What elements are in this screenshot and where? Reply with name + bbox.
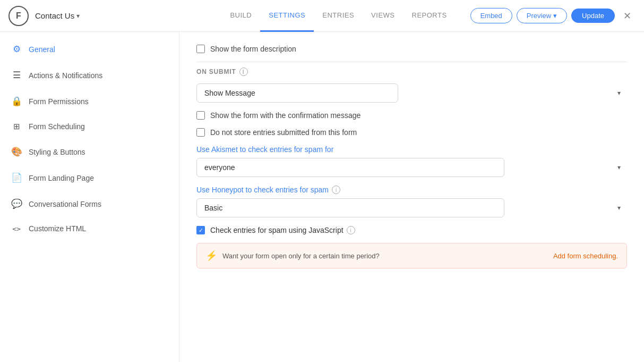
sidebar-item-form-permissions[interactable]: 🔒 Form Permissions <box>0 88 179 114</box>
code-icon: <> <box>11 225 22 233</box>
sidebar-item-actions-label: Actions & Notifications <box>29 71 102 80</box>
calendar-icon: ⊞ <box>11 122 22 131</box>
js-spam-info-icon: i <box>347 226 355 234</box>
on-submit-info-icon: i <box>239 68 248 76</box>
sidebar-item-html-label: Customize HTML <box>29 224 86 233</box>
sidebar-item-landing-label: Form Landing Page <box>29 174 94 182</box>
sidebar-item-scheduling-label: Form Scheduling <box>29 122 85 131</box>
sidebar-item-conversational[interactable]: 💬 Conversational Forms <box>0 191 179 217</box>
tab-settings[interactable]: SETTINGS <box>260 0 314 32</box>
tab-entries[interactable]: ENTRIES <box>314 0 363 32</box>
chat-icon: 💬 <box>11 198 22 209</box>
akismet-chevron-icon: ▾ <box>617 164 621 171</box>
show-description-label: Show the form description <box>210 45 296 53</box>
sidebar-item-actions-notifications[interactable]: ☰ Actions & Notifications <box>0 62 179 88</box>
sidebar-item-general-label: General <box>29 45 55 54</box>
js-spam-checkbox[interactable]: ✓ <box>196 226 205 234</box>
on-submit-chevron-icon: ▾ <box>617 89 621 97</box>
app-logo: F <box>8 6 29 26</box>
sidebar-item-permissions-label: Form Permissions <box>29 97 89 106</box>
sidebar-item-general[interactable]: ⚙ General <box>0 36 179 62</box>
update-button[interactable]: Update <box>571 9 615 23</box>
banner-link[interactable]: Add form scheduling. <box>553 252 618 260</box>
show-description-row: Show the form description <box>196 45 627 53</box>
no-store-checkbox[interactable] <box>196 128 205 137</box>
honeypot-select[interactable]: Basic Advanced Disabled <box>196 198 504 217</box>
preview-button[interactable]: Preview ▾ <box>517 8 567 23</box>
no-store-label: Do not store entries submitted from this… <box>210 128 357 137</box>
show-confirmation-checkbox[interactable] <box>196 111 205 120</box>
palette-icon: 🎨 <box>11 146 22 157</box>
header-actions: Embed Preview ▾ Update ✕ <box>470 8 636 24</box>
akismet-select-wrapper: everyone logged out users only nobody ▾ <box>196 158 627 177</box>
actions-icon: ☰ <box>11 70 22 81</box>
sidebar-item-styling-buttons[interactable]: 🎨 Styling & Buttons <box>0 139 179 165</box>
layout: ⚙ General ☰ Actions & Notifications 🔒 Fo… <box>0 32 644 362</box>
sidebar-item-form-landing[interactable]: 📄 Form Landing Page <box>0 165 179 191</box>
on-submit-select[interactable]: Show Message Redirect to URL Show Page <box>196 83 398 103</box>
header: F Contact Us ▾ BUILD SETTINGS ENTRIES VI… <box>0 0 644 32</box>
akismet-select[interactable]: everyone logged out users only nobody <box>196 158 504 177</box>
sidebar-item-styling-label: Styling & Buttons <box>29 148 85 156</box>
on-submit-header: ON SUBMIT i <box>196 62 627 76</box>
show-confirmation-label: Show the form with the confirmation mess… <box>210 111 360 120</box>
banner-text: Want your form open only for a certain t… <box>222 252 548 260</box>
honeypot-chevron-icon: ▾ <box>617 204 621 212</box>
tab-views[interactable]: VIEWS <box>363 0 403 32</box>
preview-chevron-icon: ▾ <box>553 12 557 20</box>
banner-bolt-icon: ⚡ <box>205 250 217 262</box>
sidebar: ⚙ General ☰ Actions & Notifications 🔒 Fo… <box>0 32 179 362</box>
js-spam-row: ✓ Check entries for spam using JavaScrip… <box>196 226 627 234</box>
akismet-label: Use Akismet to check entries for spam fo… <box>196 145 627 154</box>
scheduling-banner: ⚡ Want your form open only for a certain… <box>196 243 627 268</box>
nav-tabs: BUILD SETTINGS ENTRIES VIEWS REPORTS <box>221 0 455 32</box>
honeypot-label: Use Honeypot to check entries for spam i <box>196 186 627 194</box>
close-button[interactable]: ✕ <box>619 8 636 24</box>
sidebar-item-customize-html[interactable]: <> Customize HTML <box>0 217 179 240</box>
akismet-section: Use Akismet to check entries for spam fo… <box>196 145 627 177</box>
honeypot-select-wrapper: Basic Advanced Disabled ▾ <box>196 198 627 217</box>
no-store-row: Do not store entries submitted from this… <box>196 128 627 137</box>
tab-build[interactable]: BUILD <box>221 0 260 32</box>
sidebar-item-conversational-label: Conversational Forms <box>29 200 101 208</box>
main-content: Show the form description ON SUBMIT i Sh… <box>179 32 644 362</box>
page-icon: 📄 <box>11 172 22 183</box>
title-dropdown-icon[interactable]: ▾ <box>76 12 80 20</box>
gear-icon: ⚙ <box>11 44 22 55</box>
sidebar-item-form-scheduling[interactable]: ⊞ Form Scheduling <box>0 114 179 139</box>
embed-button[interactable]: Embed <box>470 8 512 23</box>
honeypot-section: Use Honeypot to check entries for spam i… <box>196 186 627 217</box>
form-title: Contact Us ▾ <box>35 11 80 20</box>
lock-icon: 🔒 <box>11 96 22 107</box>
show-confirmation-row: Show the form with the confirmation mess… <box>196 111 627 120</box>
honeypot-info-icon: i <box>332 186 340 194</box>
show-description-checkbox[interactable] <box>196 45 205 53</box>
js-spam-label: Check entries for spam using JavaScript … <box>210 226 355 234</box>
tab-reports[interactable]: REPORTS <box>403 0 456 32</box>
on-submit-select-wrapper: Show Message Redirect to URL Show Page ▾ <box>196 83 627 103</box>
